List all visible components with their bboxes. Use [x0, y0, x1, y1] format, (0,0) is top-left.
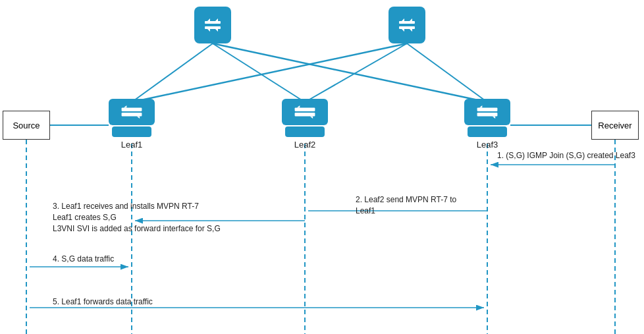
svg-rect-40 — [477, 113, 498, 117]
svg-marker-24 — [207, 29, 210, 32]
svg-marker-42 — [493, 117, 495, 119]
svg-marker-33 — [124, 105, 126, 107]
source-label: Source — [13, 121, 40, 130]
network-diagram-svg — [0, 0, 644, 334]
svg-marker-38 — [310, 117, 313, 119]
spine1-node — [194, 7, 231, 43]
svg-rect-26 — [399, 26, 415, 29]
annotation-5: 5. Leaf1 forwards data traffic — [53, 296, 153, 308]
leaf1-icon — [109, 99, 155, 125]
leaf3-icon — [464, 99, 510, 125]
svg-rect-31 — [122, 107, 142, 111]
svg-marker-34 — [137, 117, 140, 119]
svg-marker-22 — [215, 29, 218, 32]
leaf2-node: Leaf2 — [282, 99, 328, 150]
leaf3-label: Leaf3 — [477, 140, 498, 150]
svg-rect-19 — [205, 21, 221, 24]
annotation-4: 4. S,G data traffic — [53, 254, 114, 265]
receiver-label: Receiver — [598, 121, 631, 130]
annotation-2: 2. Leaf2 send MVPN RT-7 toLeaf1 — [356, 194, 456, 217]
svg-marker-37 — [297, 105, 300, 107]
svg-marker-21 — [207, 18, 210, 21]
svg-rect-35 — [295, 107, 315, 111]
receiver-node: Receiver — [591, 111, 639, 140]
source-node: Source — [3, 111, 50, 140]
svg-marker-30 — [402, 29, 404, 32]
svg-rect-20 — [205, 26, 221, 29]
spine2-node — [389, 7, 425, 43]
svg-rect-32 — [122, 113, 142, 117]
svg-marker-27 — [402, 18, 404, 21]
svg-rect-25 — [399, 21, 415, 24]
annotation-1: 1. (S,G) IGMP Join (S,G) created Leaf3 — [497, 150, 635, 161]
svg-rect-36 — [295, 113, 315, 117]
svg-marker-28 — [410, 29, 412, 32]
svg-line-4 — [305, 43, 407, 102]
svg-line-1 — [213, 43, 305, 102]
leaf1-label: Leaf1 — [121, 140, 143, 150]
leaf1-node: Leaf1 — [109, 99, 155, 150]
diagram: Source Receiver — [0, 0, 644, 334]
svg-marker-23 — [215, 18, 218, 21]
svg-marker-41 — [479, 105, 482, 107]
leaf1-port — [112, 126, 151, 137]
leaf2-label: Leaf2 — [294, 140, 316, 150]
annotation-3: 3. Leaf1 receives and installs MVPN RT-7… — [53, 201, 221, 234]
leaf2-port — [285, 126, 325, 137]
leaf3-port — [468, 126, 507, 137]
svg-rect-39 — [477, 107, 498, 111]
leaf3-node: Leaf3 — [464, 99, 510, 150]
svg-marker-29 — [410, 18, 412, 21]
leaf2-icon — [282, 99, 328, 125]
